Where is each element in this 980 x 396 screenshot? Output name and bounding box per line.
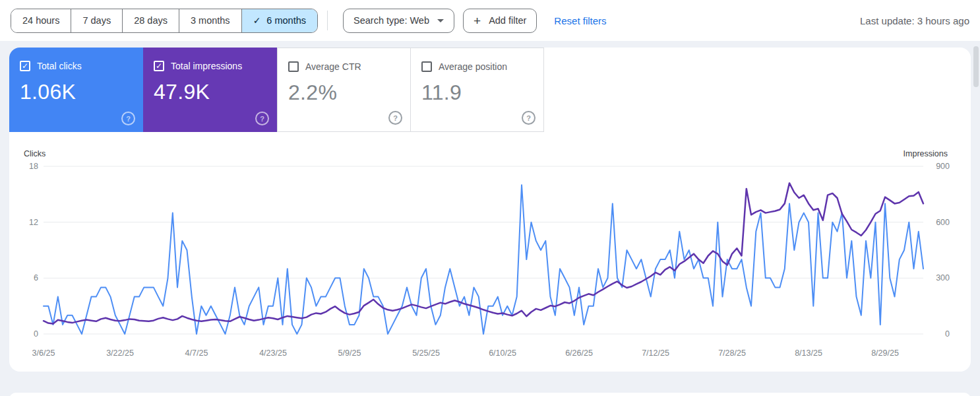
y-axis-tick-label: 0 <box>9 329 38 339</box>
date-range-label: 6 months <box>266 15 306 26</box>
tile-label: Average CTR <box>305 61 361 72</box>
help-icon[interactable]: ? <box>255 112 269 125</box>
metric-tiles: ✓ Total clicks 1.06K ? ✓ Total impressio… <box>9 48 971 132</box>
search-type-label: Search type: Web <box>353 15 429 26</box>
y-axis-tick-label: 900 <box>929 162 950 171</box>
x-axis-tick-label: 6/26/25 <box>565 348 593 358</box>
x-axis-tick-label: 8/13/25 <box>795 348 822 358</box>
x-axis-tick-label: 6/10/25 <box>489 348 516 358</box>
tile-value: 1.06K <box>20 80 133 104</box>
x-axis-tick-label: 5/25/25 <box>412 348 440 358</box>
y-axis-tick-label: 0 <box>929 329 950 339</box>
y-axis-tick-label: 600 <box>929 218 950 227</box>
help-icon[interactable]: ? <box>388 111 402 125</box>
y-axis-tick-label: 12 <box>9 218 38 227</box>
tile-average-ctr[interactable]: Average CTR 2.2% ? <box>277 48 411 132</box>
last-update-text: Last update: 3 hours ago <box>860 15 969 26</box>
performance-chart: Clicks Impressions 061218 0300600900 3/6… <box>9 144 971 365</box>
x-axis-tick-label: 3/22/25 <box>106 348 134 358</box>
date-range-28-days[interactable]: 28 days <box>122 9 179 32</box>
add-filter-label: Add filter <box>489 15 526 26</box>
date-range-label: 28 days <box>134 15 168 26</box>
tile-value: 11.9 <box>421 81 533 105</box>
help-icon[interactable]: ? <box>522 111 536 125</box>
tile-header: Average CTR <box>288 61 400 72</box>
right-axis-title: Impressions <box>903 149 948 158</box>
date-range-7-days[interactable]: 7 days <box>71 9 122 32</box>
x-axis-tick-label: 5/9/25 <box>338 348 361 358</box>
checkbox-unchecked-icon[interactable] <box>421 61 432 72</box>
plus-icon: + <box>474 15 481 27</box>
plot-area[interactable] <box>44 166 923 334</box>
next-section-card <box>9 393 971 396</box>
date-range-label: 7 days <box>82 15 111 26</box>
date-range-group: 24 hours 7 days 28 days 3 months ✓ 6 mon… <box>11 9 318 33</box>
x-axis-tick-label: 7/12/25 <box>642 348 669 358</box>
scrollbar-thumb[interactable] <box>973 46 979 87</box>
tile-label: Average position <box>439 61 507 72</box>
y-axis-tick-label: 6 <box>9 273 38 282</box>
check-icon: ✓ <box>253 15 261 26</box>
x-axis-tick-label: 7/28/25 <box>718 348 746 358</box>
tile-value: 47.9K <box>154 80 266 104</box>
tile-header: ✓ Total impressions <box>154 61 266 71</box>
chevron-down-icon <box>437 19 444 22</box>
date-range-3-months[interactable]: 3 months <box>179 9 241 32</box>
tile-header: Average position <box>421 61 533 72</box>
tile-header: ✓ Total clicks <box>20 61 133 71</box>
left-axis-title: Clicks <box>24 149 46 158</box>
checkbox-checked-icon[interactable]: ✓ <box>154 61 164 71</box>
y-axis-tick-label: 300 <box>929 273 950 282</box>
date-range-6-months[interactable]: ✓ 6 months <box>241 9 317 32</box>
search-type-dropdown[interactable]: Search type: Web <box>343 9 454 33</box>
help-icon[interactable]: ? <box>121 112 135 125</box>
x-axis-tick-label: 8/29/25 <box>871 348 899 358</box>
y-axis-tick-label: 18 <box>9 162 38 171</box>
tile-total-clicks[interactable]: ✓ Total clicks 1.06K ? <box>9 48 143 132</box>
date-range-24-hours[interactable]: 24 hours <box>11 9 71 32</box>
reset-filters-link[interactable]: Reset filters <box>554 15 606 26</box>
tile-label: Total impressions <box>171 61 242 71</box>
performance-card: ✓ Total clicks 1.06K ? ✓ Total impressio… <box>9 48 971 372</box>
tile-label: Total clicks <box>37 61 82 71</box>
checkbox-checked-icon[interactable]: ✓ <box>20 61 30 71</box>
date-range-label: 3 months <box>191 15 230 26</box>
x-axis-tick-label: 3/6/25 <box>32 348 55 358</box>
add-filter-button[interactable]: + Add filter <box>463 9 537 33</box>
x-axis-tick-label: 4/23/25 <box>259 348 287 358</box>
toolbar-divider <box>327 11 328 30</box>
x-axis-tick-label: 4/7/25 <box>185 348 208 358</box>
checkbox-unchecked-icon[interactable] <box>288 61 299 72</box>
date-range-label: 24 hours <box>22 15 59 26</box>
tile-average-position[interactable]: Average position 11.9 ? <box>410 48 544 132</box>
tile-value: 2.2% <box>288 81 400 105</box>
filter-toolbar: 24 hours 7 days 28 days 3 months ✓ 6 mon… <box>0 0 980 41</box>
tile-total-impressions[interactable]: ✓ Total impressions 47.9K ? <box>143 48 277 132</box>
